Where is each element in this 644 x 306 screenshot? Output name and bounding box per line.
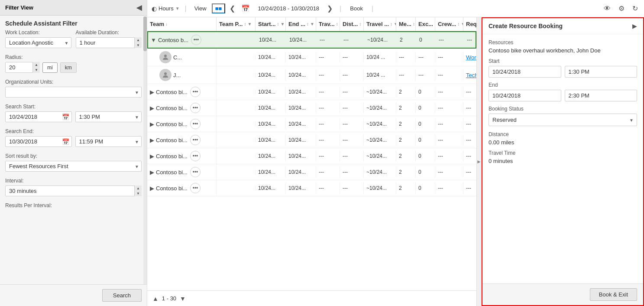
left-scroll-thumb[interactable] — [143, 16, 147, 51]
interval-spinner-down[interactable]: ▼ — [135, 191, 142, 197]
search-end-time-wrapper: 11:59 PM — [75, 136, 142, 147]
row5-expand-icon[interactable]: ▶ — [150, 137, 154, 143]
available-duration-label: Available Duration: — [76, 29, 142, 36]
spinner-up[interactable]: ▲ — [135, 37, 142, 43]
radius-spinner-up[interactable]: ▲ — [33, 62, 40, 68]
table-row[interactable]: ▼ Contoso b... ••• 10/24... 10/24... ---… — [147, 31, 476, 49]
col-header-teamp[interactable]: Team P... ↕ ▼ — [217, 17, 256, 31]
refresh-icon-btn[interactable]: ↻ — [631, 3, 640, 13]
row1c1-dist: --- — [340, 52, 364, 63]
table-row[interactable]: J... 10/24... 10/24... --- --- 10/24 ...… — [147, 66, 476, 84]
row2-expand-icon[interactable]: ▶ — [150, 89, 154, 95]
end-time-col — [565, 90, 638, 101]
hours-dropdown-icon[interactable]: ▼ — [175, 6, 180, 11]
row4-more-btn[interactable]: ••• — [190, 119, 201, 129]
row5-more-btn[interactable]: ••• — [190, 135, 201, 145]
eye-icon-btn[interactable]: 👁 — [602, 4, 612, 13]
col-header-end[interactable]: End ... ↕ ▼ — [286, 17, 316, 31]
book-button[interactable]: Book — [346, 4, 366, 13]
col-teamp-label: Team P... — [219, 21, 243, 27]
start-time-input[interactable] — [565, 66, 638, 78]
row1-expand-icon[interactable]: ▼ — [151, 37, 156, 43]
table-row[interactable]: ▶ Contoso bi... ••• 10/24... 10/24... --… — [147, 100, 476, 116]
row1c2-trav: --- — [316, 69, 340, 81]
col-dist-label: Dist... — [343, 21, 358, 27]
col-travt-label: Travel ... — [366, 21, 389, 27]
table-row[interactable]: ▶ Contoso bi... ••• 10/24... 10/24... --… — [147, 180, 476, 196]
row1c2-team-cell: J... — [147, 66, 217, 84]
radius-spinner-down[interactable]: ▼ — [33, 68, 40, 73]
row3-more-btn[interactable]: ••• — [190, 103, 201, 113]
collapse-icon[interactable]: ◀ — [136, 3, 142, 12]
radius-row: ▲ ▼ mi km — [5, 62, 142, 73]
col-header-dist[interactable]: Dist... ↕ ▼ — [340, 17, 364, 31]
end-date-input[interactable] — [489, 90, 561, 101]
work-location-select[interactable]: Location Agnostic — [5, 37, 71, 48]
row6-expand-icon[interactable]: ▶ — [150, 153, 154, 160]
start-time-col — [565, 66, 638, 78]
spinner-down[interactable]: ▼ — [135, 43, 142, 49]
col-header-requi[interactable]: Requir... ↕ ▼ — [463, 17, 476, 31]
radius-km-btn[interactable]: km — [60, 62, 77, 73]
table-row[interactable]: ▶ Contoso bi... ••• 10/24... 10/24... --… — [147, 148, 476, 164]
interval-spinner-up[interactable]: ▲ — [135, 186, 142, 191]
table-row[interactable]: ▶ Contoso bi... ••• 10/24... 10/24... --… — [147, 164, 476, 180]
row8-expand-icon[interactable]: ▶ — [150, 185, 154, 192]
search-start-calendar-icon[interactable]: 📅 — [62, 114, 69, 120]
col-trav-sort-icon: ↕ — [336, 22, 338, 26]
col-header-start[interactable]: Start... ↕ ▼ — [256, 17, 286, 31]
right-panel-expand-icon[interactable]: ▶ — [632, 23, 637, 29]
row7-expand-icon[interactable]: ▶ — [150, 169, 154, 176]
prev-button[interactable]: ❮ — [228, 3, 237, 13]
settings-icon-btn[interactable]: ⚙ — [617, 3, 626, 13]
col-dist-sort-icon: ↕ — [359, 22, 361, 26]
left-scrollbar[interactable] — [143, 16, 147, 306]
col-header-trav[interactable]: Trav... ↕ ▼ — [316, 17, 340, 31]
results-per-interval-label: Results Per Interval: — [5, 202, 142, 208]
start-date-input[interactable] — [489, 66, 561, 78]
org-units-select[interactable] — [5, 87, 142, 98]
interval-input[interactable] — [5, 186, 142, 196]
row1c1-requi-link[interactable]: Workbe... — [466, 54, 476, 61]
panel-toggle[interactable]: ► — [476, 17, 482, 306]
row1c1-travt: 10/24 ... — [364, 52, 396, 63]
search-start-time[interactable]: 1:30 PM — [75, 111, 142, 122]
row6-more-btn[interactable]: ••• — [190, 151, 201, 161]
page-next-btn[interactable]: ▼ — [180, 295, 186, 302]
row1-more-btn[interactable]: ••• — [191, 35, 201, 45]
sort-select[interactable]: Fewest Resources First — [5, 161, 142, 172]
table-row[interactable]: ▶ Contoso bi... ••• 10/24... 10/24... --… — [147, 84, 476, 100]
search-start-time-wrapper: 1:30 PM — [75, 111, 142, 122]
row1c2-requi-link[interactable]: Technici... — [466, 72, 476, 78]
table-row[interactable]: C... 10/24... 10/24... --- --- 10/24 ...… — [147, 49, 476, 66]
next-button[interactable]: ❯ — [325, 3, 334, 13]
page-prev-btn[interactable]: ▲ — [152, 295, 159, 302]
row1c1-me: --- — [396, 52, 416, 63]
row7-more-btn[interactable]: ••• — [190, 167, 201, 177]
col-header-team[interactable]: Team ↓ — [147, 17, 217, 31]
search-button[interactable]: Search — [102, 289, 142, 302]
sort-label: Sort result by: — [5, 153, 142, 159]
row8-more-btn[interactable]: ••• — [190, 183, 201, 193]
end-time-input[interactable] — [565, 90, 638, 101]
table-row[interactable]: ▶ Contoso bi... ••• 10/24... 10/24... --… — [147, 132, 476, 148]
table-row[interactable]: ▶ Contoso bi... ••• 10/24... 10/24... --… — [147, 116, 476, 132]
search-end-time[interactable]: 11:59 PM — [75, 136, 142, 147]
booking-status-select[interactable]: Reserved Committed Proposed Cancelled — [489, 114, 637, 126]
col-header-travt[interactable]: Travel ... ↕ ▼ — [364, 17, 396, 31]
search-end-calendar-icon[interactable]: 📅 — [62, 138, 69, 145]
col-header-exc[interactable]: Exc... ↕ ▼ — [416, 17, 435, 31]
row3-expand-icon[interactable]: ▶ — [150, 105, 154, 111]
book-exit-button[interactable]: Book & Exit — [590, 288, 637, 301]
results-per-interval-group: Results Per Interval: — [5, 202, 142, 210]
radius-mi-btn[interactable]: mi — [42, 62, 58, 73]
calendar-icon-btn[interactable]: 📅 — [239, 3, 252, 13]
row2-more-btn[interactable]: ••• — [190, 87, 201, 97]
grid-view-button[interactable]: ■■ — [212, 3, 226, 13]
view-button[interactable]: View — [192, 4, 209, 13]
col-header-me[interactable]: Me... ↕ ▼ — [396, 17, 416, 31]
col-header-crew[interactable]: Crew... ↕ ▼ — [435, 17, 463, 31]
row4-expand-icon[interactable]: ▶ — [150, 121, 154, 127]
col-start-sort-icon: ↕ — [277, 22, 279, 26]
available-duration-input[interactable] — [76, 37, 142, 48]
